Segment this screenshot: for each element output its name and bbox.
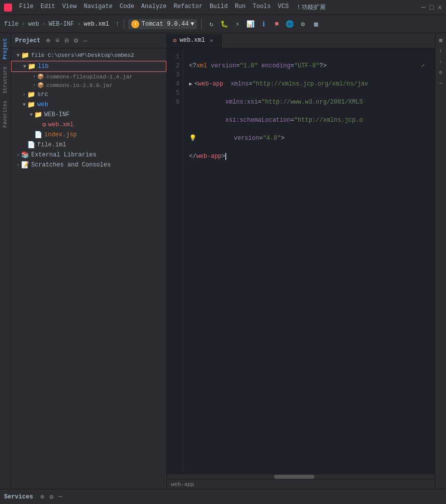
scrollbar-thumb-h[interactable] [274, 475, 314, 479]
editor-breadcrumb: web-app [171, 481, 194, 487]
sidebar-tab-project[interactable]: Project [2, 35, 9, 62]
tree-item-src[interactable]: › 📁 src [11, 90, 166, 100]
settings-button[interactable]: ⚙ [297, 19, 308, 30]
line-num-3: 3 [167, 70, 180, 79]
panel-refresh-button[interactable]: ⊕ [39, 493, 46, 501]
folder-lib-icon: 📁 [28, 62, 36, 70]
tomcat-icon: T [131, 20, 139, 28]
folder-root-icon: 📁 [21, 51, 29, 59]
minimize-panel-button[interactable]: — [81, 37, 88, 45]
stop-button[interactable]: ■ [271, 19, 282, 30]
folder-web-icon: 📁 [27, 101, 35, 109]
breadcrumb-file[interactable]: file [4, 21, 19, 28]
tree-item-web[interactable]: ▼ 📁 web [11, 100, 166, 110]
tomcat-dropdown-arrow: ▼ [191, 21, 194, 28]
menu-run[interactable]: Run [232, 2, 249, 13]
tree-label-lib: lib [38, 63, 49, 70]
scratches-icon: 📝 [21, 161, 29, 169]
code-content[interactable]: <?xml version="1.0" encoding="UTF-8"?>✓ … [183, 48, 435, 474]
panel-minimize-button[interactable]: — [57, 493, 64, 500]
add-module-button[interactable]: ⊕ [44, 36, 51, 45]
tree-label-webxml: web.xml [48, 121, 73, 128]
editor-tab-webxml[interactable]: ⚙ web.xml ✕ [167, 34, 222, 48]
layout-button[interactable]: ▦ [310, 19, 321, 30]
panel-settings-button[interactable]: ⚙ [48, 493, 55, 501]
iml-icon: 📄 [27, 141, 35, 149]
tomcat-config-dropdown[interactable]: T Tomcat 9.0.44 ▼ [128, 19, 197, 29]
tree-label-commons-fileupload: commons-fileupload-1.4.jar [46, 74, 133, 80]
tab-close-button[interactable]: ✕ [208, 37, 215, 44]
menu-file[interactable]: File [16, 2, 37, 13]
sidebar-right-btn5[interactable]: — [438, 78, 443, 88]
code-editor: 1 2 3 4 5 6 <?xml version="1.0" encoding… [167, 48, 435, 474]
menu-tools[interactable]: Tools [250, 2, 274, 13]
bottom-panel-title: Services [4, 493, 33, 500]
tree-arrow-scratches: › [15, 162, 21, 168]
tree-item-commons-fileupload[interactable]: › 📦 commons-fileupload-1.4.jar [11, 72, 166, 81]
line-num-2: 2 [167, 61, 180, 70]
breadcrumb-web[interactable]: web [28, 21, 39, 28]
collapse-all-button[interactable]: ≡ [54, 37, 61, 45]
menu-navigate[interactable]: Navigate [80, 2, 116, 13]
line-num-5: 5 [167, 89, 180, 98]
menu-analyze[interactable]: Analyze [138, 2, 169, 13]
tree-item-scratches[interactable]: › 📝 Scratches and Consoles [11, 160, 166, 170]
close-button[interactable]: ✕ [438, 3, 442, 12]
tree-item-fileiml[interactable]: 📄 file.iml [11, 140, 166, 150]
tree-item-commons-io[interactable]: › 📦 commons-io-2.8.0.jar [11, 81, 166, 90]
breadcrumb-webxml[interactable]: web.xml [83, 21, 109, 28]
tree-arrow-lib: ▼ [22, 64, 28, 69]
menu-vcs[interactable]: VCS [275, 2, 292, 13]
horizontal-scrollbar[interactable] [167, 474, 435, 479]
editor-tab-label: web.xml [180, 37, 205, 44]
tree-item-extlibs[interactable]: › 📚 External Libraries [11, 150, 166, 160]
debug-button[interactable]: 🐛 [219, 19, 230, 30]
sidebar-right-btn1[interactable]: ▦ [438, 35, 443, 45]
editor-bottom-bar: web-app [167, 479, 435, 489]
bottom-panel: Services ⊕ ⚙ — ↻ ≡ ⊟ ⊞ ⊿ ↑ + ▼ ⚙ Tomcat … [0, 489, 446, 504]
settings-icon[interactable]: ⚙ [72, 36, 79, 45]
code-line-4: xsi:schemaLocation="http://xmlns.jcp.o [189, 116, 429, 125]
left-sidebar: Project Structure Favorites [0, 33, 11, 489]
git-arrow-icon: ↑ [115, 20, 120, 29]
sidebar-right-btn3[interactable]: ↓ [438, 57, 443, 66]
tree-item-root[interactable]: ▼ 📁 file C:\Users\HP\Desktop\smbms2 [11, 50, 166, 60]
bottom-panel-header: Services ⊕ ⚙ — [0, 489, 446, 504]
tree-item-webinf[interactable]: ▼ 📁 WEB-INF [11, 110, 166, 120]
profile-button[interactable]: ⚡ [232, 19, 243, 30]
minimize-button[interactable]: ─ [421, 4, 425, 12]
menu-view[interactable]: View [59, 2, 80, 13]
menu-edit[interactable]: Edit [38, 2, 58, 13]
code-line-2: ▶<web-app xmlns="http://xmlns.jcp.org/xm… [189, 79, 429, 89]
expand-button[interactable]: ⊟ [63, 36, 70, 45]
main-layout: Project Structure Favorites Project ⊕ ≡ … [0, 33, 446, 489]
sidebar-tab-structure[interactable]: Structure [2, 63, 9, 97]
tree-label-commons-io: commons-io-2.8.0.jar [46, 82, 113, 89]
right-sidebar: ▦ ↕ ↓ ⚙ — [435, 33, 446, 489]
tree-item-webxml[interactable]: ⚙ web.xml [11, 120, 166, 130]
sidebar-tab-favorites[interactable]: Favorites [2, 98, 9, 131]
menu-code[interactable]: Code [117, 2, 137, 13]
tree-arrow-webinf: ▼ [28, 112, 34, 118]
syntax-check-icon: ✓ [421, 61, 425, 70]
tree-label-scratches: Scratches and Consoles [31, 161, 111, 169]
help-button[interactable]: ℹ [258, 19, 269, 30]
menu-extensions[interactable]: ！功能扩展 [293, 2, 329, 13]
maximize-button[interactable]: □ [429, 4, 433, 12]
sidebar-right-btn2[interactable]: ↕ [438, 46, 443, 56]
sidebar-right-btn4[interactable]: ⚙ [438, 67, 443, 77]
coverage-button[interactable]: 📊 [245, 19, 256, 30]
menu-refactor[interactable]: Refactor [170, 2, 206, 13]
tree-item-lib[interactable]: ▼ 📁 lib [11, 61, 166, 72]
tree-label-src: src [37, 91, 48, 98]
folder-src-icon: 📁 [27, 91, 35, 99]
run-refresh-button[interactable]: ↻ [206, 19, 217, 30]
tree-item-indexjsp[interactable]: 📄 index.jsp [11, 130, 166, 140]
editor-tabs: ⚙ web.xml ✕ [167, 33, 435, 48]
tree-label-webinf: WEB-INF [44, 111, 69, 118]
project-header: Project ⊕ ≡ ⊟ ⚙ — [11, 33, 166, 48]
menu-build[interactable]: Build [207, 2, 231, 13]
tree-label-indexjsp: index.jsp [44, 131, 77, 138]
breadcrumb-webinf[interactable]: WEB-INF [49, 21, 74, 28]
bookmark-button[interactable]: 🌐 [284, 19, 295, 30]
